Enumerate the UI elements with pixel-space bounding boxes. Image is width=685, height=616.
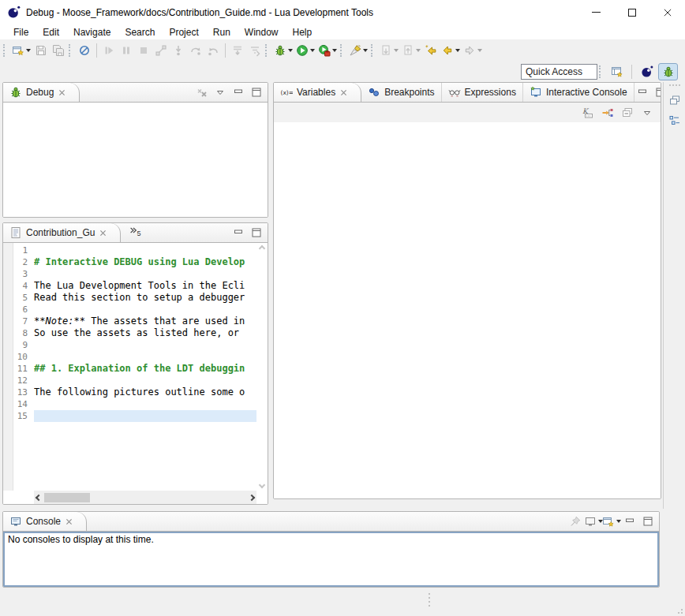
remove-all-terminated-button[interactable] (193, 84, 210, 101)
menu-file[interactable]: File (6, 27, 36, 38)
tab-variables[interactable]: (x)=Variables (274, 83, 361, 102)
step-into-button[interactable] (170, 42, 187, 59)
quick-access-field[interactable]: Quick Access (521, 64, 597, 80)
tab-interactive-console[interactable]: Interactive Console (523, 83, 634, 102)
open-perspective-button[interactable] (607, 63, 627, 80)
maximize-view-button[interactable] (248, 84, 264, 101)
lua-perspective-button[interactable] (637, 63, 657, 80)
editor-horizontal-scrollbar[interactable] (34, 491, 256, 504)
editor-line[interactable]: 11## 1. Explanation of the LDT debuggin (13, 363, 256, 375)
toolbar-grip[interactable] (599, 65, 603, 78)
view-menu-button[interactable] (211, 84, 228, 101)
disconnect-button[interactable] (152, 42, 170, 59)
display-selected-console-button[interactable] (585, 513, 601, 530)
back-button[interactable] (440, 42, 462, 59)
close-tab-icon[interactable] (339, 88, 348, 97)
editor-line[interactable]: 9 (13, 339, 256, 351)
menu-run[interactable]: Run (206, 27, 238, 38)
editor-line[interactable]: 13The following pictures outline some o (13, 386, 256, 398)
scroll-up-icon[interactable] (259, 245, 265, 252)
editor-line[interactable]: 6 (13, 304, 256, 315)
maximize-view-button[interactable] (248, 225, 264, 241)
dropdown-arrow-icon[interactable] (394, 49, 399, 52)
editor-line[interactable]: 12 (13, 375, 256, 386)
editor-line[interactable]: 14 (13, 398, 256, 410)
toolbar-grip[interactable] (3, 44, 7, 57)
debug-button[interactable] (272, 42, 294, 59)
toolbar-grip[interactable] (69, 44, 73, 57)
close-tab-icon[interactable] (58, 88, 66, 97)
editor-line[interactable]: 3 (13, 268, 256, 280)
tab-breakpoints[interactable]: Breakpoints (361, 83, 441, 102)
minimize-view-button[interactable] (230, 84, 246, 101)
search-button[interactable] (347, 42, 369, 59)
debug-view-content[interactable] (3, 103, 268, 217)
view-menu-button[interactable] (638, 104, 655, 121)
editor-line[interactable]: 2# Interactive DEBUG using Lua Develop (13, 256, 256, 268)
menu-help[interactable]: Help (286, 27, 320, 38)
scroll-right-icon[interactable] (249, 494, 255, 500)
use-step-filters-button[interactable] (246, 42, 264, 59)
show-logical-structure-button[interactable] (599, 104, 616, 121)
window-maximize-button[interactable] (614, 0, 649, 24)
close-tab-icon[interactable] (65, 517, 73, 526)
new-wizard-button[interactable] (10, 42, 32, 59)
previous-annotation-button[interactable] (400, 42, 422, 59)
tab-contribution-guide[interactable]: Contribution_Gu (3, 223, 121, 242)
toolbar-grip[interactable] (371, 44, 375, 57)
dropdown-arrow-icon[interactable] (616, 520, 621, 523)
editor-vertical-scrollbar[interactable] (256, 243, 268, 491)
annotation-ruler[interactable] (3, 243, 13, 491)
edge-bar-grip[interactable] (669, 84, 680, 86)
hidden-editors-chevron[interactable]: 5 (121, 223, 148, 242)
dropdown-arrow-icon[interactable] (363, 49, 368, 52)
editor-line[interactable]: 5Read this section to setup a debugger (13, 292, 256, 304)
editor-line[interactable]: 15 (13, 410, 256, 422)
tab-expressions[interactable]: Expressions (442, 83, 523, 102)
editor-code-area[interactable]: 12# Interactive DEBUG using Lua Develop3… (13, 243, 256, 491)
menu-project[interactable]: Project (162, 27, 205, 38)
dropdown-arrow-icon[interactable] (455, 49, 460, 52)
minimize-view-button[interactable] (230, 225, 246, 241)
last-edit-location-button[interactable] (422, 42, 440, 59)
show-type-names-button[interactable]: K (579, 104, 596, 121)
forward-button[interactable] (462, 42, 484, 59)
collapse-all-button[interactable] (619, 104, 635, 121)
editor-line[interactable]: 10 (13, 351, 256, 363)
editor-line[interactable]: 7**Note:** The assets that are used in (13, 315, 256, 327)
skip-all-breakpoints-button[interactable] (76, 42, 93, 59)
step-over-button[interactable] (187, 42, 204, 59)
maximize-view-button[interactable] (653, 84, 661, 101)
outline-view-button[interactable] (666, 112, 683, 129)
dropdown-arrow-icon[interactable] (288, 49, 293, 52)
save-button[interactable] (32, 42, 50, 59)
step-return-button[interactable] (204, 42, 222, 59)
suspend-button[interactable] (118, 42, 135, 59)
menu-search[interactable]: Search (118, 27, 162, 38)
dropdown-arrow-icon[interactable] (310, 49, 315, 52)
minimize-view-button[interactable] (634, 84, 651, 101)
dropdown-arrow-icon[interactable] (477, 49, 482, 52)
menu-edit[interactable]: Edit (36, 27, 66, 38)
terminate-button[interactable] (135, 42, 152, 59)
run-button[interactable] (294, 42, 316, 59)
close-tab-icon[interactable] (99, 229, 107, 237)
minimize-view-button[interactable] (621, 513, 638, 530)
toolbar-grip[interactable] (265, 44, 269, 57)
scrollbar-thumb[interactable] (44, 493, 90, 502)
scroll-down-icon[interactable] (259, 482, 265, 488)
menu-navigate[interactable]: Navigate (66, 27, 118, 38)
maximize-view-button[interactable] (639, 513, 656, 530)
pin-console-button[interactable] (567, 513, 583, 530)
resume-button[interactable] (100, 42, 118, 59)
dropdown-arrow-icon[interactable] (26, 49, 31, 52)
external-tools-button[interactable] (316, 42, 339, 59)
tab-debug[interactable]: Debug (3, 83, 80, 102)
drop-to-frame-button[interactable] (229, 42, 246, 59)
variables-view-content[interactable] (274, 122, 661, 498)
open-console-button[interactable] (603, 513, 619, 530)
menu-window[interactable]: Window (238, 27, 286, 38)
status-splitter-handle[interactable] (429, 593, 430, 607)
editor-line[interactable]: 4The Lua Development Tools in the Ecli (13, 280, 256, 292)
window-resize-grip[interactable] (675, 606, 683, 614)
